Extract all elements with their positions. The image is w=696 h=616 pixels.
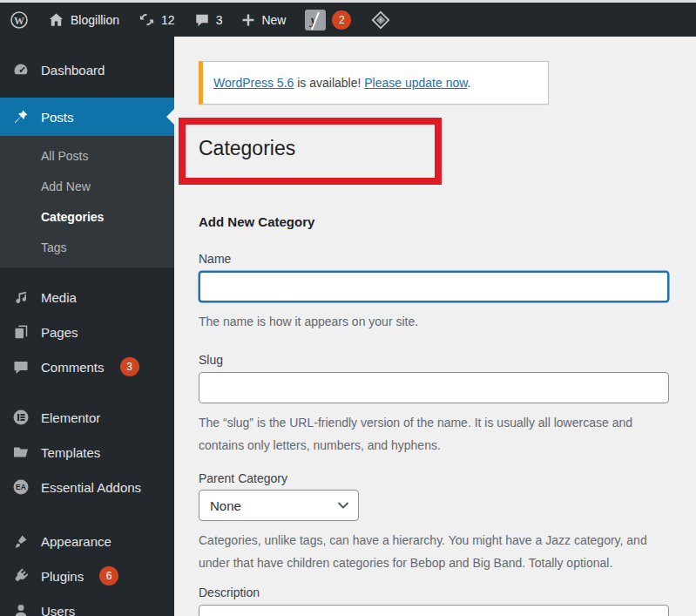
annotation-highlight-rectangle: Categories	[179, 118, 442, 185]
comment-icon	[194, 12, 210, 28]
admin-bar: W Blogillion 12 3 New y 2	[0, 3, 696, 37]
name-help-text: The name is how it appears on your site.	[199, 310, 669, 333]
slug-help-text: The “slug” is the URL-friendly version o…	[199, 411, 669, 457]
wordpress-version-link[interactable]: WordPress 5.6	[213, 76, 294, 90]
plus-icon	[241, 13, 255, 27]
sidebar-item-templates[interactable]: Templates	[0, 435, 174, 470]
sidebar-item-pages[interactable]: Pages	[0, 315, 174, 349]
wordpress-logo-icon: W	[10, 10, 29, 30]
new-label: New	[261, 13, 286, 27]
notice-text: is available!	[294, 76, 364, 90]
page-title: Categories	[186, 125, 435, 162]
description-label: Description	[199, 584, 669, 601]
sidebar-item-all-posts[interactable]: All Posts	[0, 140, 174, 171]
plugin-icon	[12, 567, 30, 585]
parent-category-select-wrap: None	[199, 490, 359, 521]
sidebar-item-label: Dashboard	[41, 63, 105, 78]
sidebar-menu: Dashboard Posts All Posts Add New Catego…	[0, 37, 174, 616]
submenu-label: Tags	[41, 240, 67, 254]
update-now-link[interactable]: Please update now	[364, 76, 467, 90]
sidebar-item-label: Appearance	[41, 534, 111, 549]
sidebar-item-essential-addons[interactable]: EA Essential Addons	[0, 470, 174, 504]
sidebar-item-label: Users	[41, 604, 75, 616]
submenu-label: All Posts	[41, 149, 88, 163]
sidebar-item-elementor[interactable]: Elementor	[0, 400, 174, 435]
site-name-menu[interactable]: Blogillion	[38, 3, 129, 37]
essential-addons-topbar-menu[interactable]	[361, 3, 401, 37]
updates-icon	[139, 11, 155, 28]
comments-icon	[12, 358, 30, 376]
sidebar-item-dashboard[interactable]: Dashboard	[0, 52, 174, 87]
sidebar-item-label: Comments	[41, 360, 105, 375]
elementor-icon	[12, 409, 30, 426]
sidebar-item-label: Elementor	[41, 410, 100, 425]
svg-text:W: W	[14, 14, 24, 26]
yoast-badge: 2	[332, 10, 351, 30]
svg-text:EA: EA	[16, 483, 26, 491]
sidebar-item-label: Essential Addons	[41, 480, 141, 495]
name-input[interactable]	[199, 271, 669, 302]
yoast-menu[interactable]: y 2	[295, 3, 361, 37]
brush-icon	[12, 532, 30, 550]
dashboard-icon	[12, 61, 30, 78]
sidebar-item-media[interactable]: Media	[0, 280, 174, 315]
sidebar-item-appearance[interactable]: Appearance	[0, 524, 174, 558]
notice-period: .	[468, 76, 471, 90]
comments-menu[interactable]: 3	[185, 3, 233, 37]
sidebar-item-label: Pages	[41, 325, 78, 340]
user-icon	[12, 602, 30, 616]
parent-category-label: Parent Category	[199, 470, 669, 487]
wordpress-logo-menu[interactable]: W	[0, 3, 38, 37]
sidebar-item-label: Templates	[41, 445, 100, 460]
folder-icon	[12, 443, 30, 461]
media-icon	[12, 288, 30, 306]
sidebar-item-label: Plugins	[41, 569, 84, 584]
comments-count: 3	[216, 13, 223, 27]
slug-input[interactable]	[199, 372, 669, 403]
submenu-label: Add New	[41, 179, 91, 193]
essential-addons-icon: EA	[12, 478, 30, 496]
plugins-badge: 6	[99, 566, 118, 586]
sidebar-item-categories[interactable]: Categories	[0, 201, 174, 232]
new-content-menu[interactable]: New	[232, 3, 295, 37]
update-notice: WordPress 5.6 is available! Please updat…	[199, 61, 549, 105]
diamond-icon	[370, 10, 391, 30]
sidebar-item-posts[interactable]: Posts	[0, 98, 174, 136]
sidebar-item-add-new[interactable]: Add New	[0, 171, 174, 201]
slug-label: Slug	[199, 351, 669, 369]
name-label: Name	[199, 250, 669, 267]
add-new-category-heading: Add New Category	[199, 214, 669, 229]
sidebar-item-label: Media	[41, 290, 77, 305]
updates-menu[interactable]: 12	[129, 3, 185, 37]
pages-icon	[12, 323, 30, 341]
parent-category-select[interactable]: None	[199, 490, 359, 521]
home-icon	[48, 11, 64, 28]
yoast-seo-icon: y	[305, 10, 326, 30]
submenu-label: Categories	[41, 210, 104, 224]
posts-submenu: All Posts Add New Categories Tags	[0, 136, 174, 267]
sidebar-item-users[interactable]: Users	[0, 593, 174, 616]
site-name: Blogillion	[71, 13, 119, 27]
sidebar-item-label: Posts	[41, 110, 74, 125]
sidebar-item-comments[interactable]: Comments 3	[0, 349, 174, 384]
parent-category-help-text: Categories, unlike tags, can have a hier…	[199, 529, 647, 574]
sidebar-item-plugins[interactable]: Plugins 6	[0, 558, 174, 593]
sidebar-item-tags[interactable]: Tags	[0, 232, 174, 262]
pushpin-icon	[12, 108, 30, 125]
updates-count: 12	[161, 13, 175, 27]
description-textarea[interactable]	[199, 605, 669, 616]
comments-badge: 3	[120, 357, 139, 376]
